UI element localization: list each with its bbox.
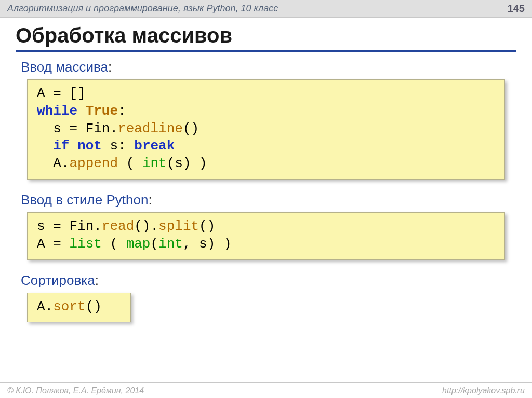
code-token: A. [37, 299, 53, 314]
code-token: ( [118, 156, 142, 171]
code-builtin: int [158, 236, 183, 252]
code-token [69, 138, 77, 154]
footer-copyright: © К.Ю. Поляков, Е.А. Ерёмин, 2014 [7, 386, 144, 395]
code-token: [] [69, 86, 85, 101]
code-token: Fin. [86, 121, 118, 136]
code-token: s [37, 218, 45, 234]
code-token: , s) ) [183, 236, 232, 252]
code-token: = [45, 86, 70, 101]
code-keyword: if [53, 138, 69, 154]
code-indent [37, 121, 53, 136]
code-fn: read [102, 218, 134, 234]
code-token: () [86, 299, 102, 314]
colon: : [108, 59, 112, 75]
code-builtin: list [69, 236, 101, 252]
code-fn: sort [53, 299, 85, 314]
code-const: True [86, 103, 118, 119]
section-input-python: Ввод в стиле Python: [21, 192, 516, 208]
code-block-2: s = Fin.read().split() A = list ( map(in… [27, 212, 505, 260]
code-indent [37, 156, 53, 171]
code-block-3: A.sort() [27, 293, 131, 323]
page-number: 145 [508, 3, 525, 15]
code-token: A. [53, 156, 69, 171]
colon: : [148, 192, 152, 208]
code-token: : [118, 103, 126, 119]
footer-bar: © К.Ю. Поляков, Е.А. Ерёмин, 2014 http:/… [0, 382, 532, 398]
code-token: () [183, 121, 199, 136]
code-token: ( [150, 236, 158, 252]
code-token: (s) ) [167, 156, 207, 171]
slide-body: Обработка массивов Ввод массива: A = [] … [0, 18, 532, 332]
section-label-text: Ввод в стиле [21, 192, 106, 208]
code-fn: append [69, 156, 118, 171]
header-bar: Алгоритмизация и программирование, язык … [0, 0, 532, 18]
code-token: = [61, 121, 86, 136]
section-label-kw: Python [106, 192, 148, 208]
code-token: (). [134, 218, 158, 234]
course-title: Алгоритмизация и программирование, язык … [7, 3, 278, 14]
code-token: s [53, 121, 61, 136]
code-indent [37, 138, 53, 154]
code-builtin: map [126, 236, 151, 252]
section-label-text: Сортировка [21, 272, 95, 288]
code-keyword: break [134, 138, 175, 154]
code-token: A [37, 86, 45, 101]
code-token: A [37, 236, 45, 252]
slide: Алгоритмизация и программирование, язык … [0, 0, 532, 398]
title-underline [16, 50, 516, 52]
footer-url: http://kpolyakov.spb.ru [442, 386, 525, 395]
code-builtin: int [142, 156, 167, 171]
code-token: s: [102, 138, 134, 154]
code-token: = [45, 236, 70, 252]
section-input-array: Ввод массива: [21, 59, 516, 75]
code-fn: split [158, 218, 199, 234]
section-sort: Сортировка: [21, 272, 516, 289]
colon: : [95, 272, 99, 288]
code-fn: readline [118, 121, 183, 136]
code-token: Fin. [69, 218, 101, 234]
code-token [77, 103, 86, 119]
code-block-1: A = [] while True: s = Fin.readline() if… [27, 79, 505, 180]
code-token: () [199, 218, 215, 234]
slide-title: Обработка массивов [16, 22, 516, 50]
section-label-text: Ввод массива [21, 59, 108, 75]
code-token: = [45, 218, 70, 234]
code-keyword: not [77, 138, 102, 154]
code-keyword: while [37, 103, 77, 119]
code-token: ( [102, 236, 126, 252]
